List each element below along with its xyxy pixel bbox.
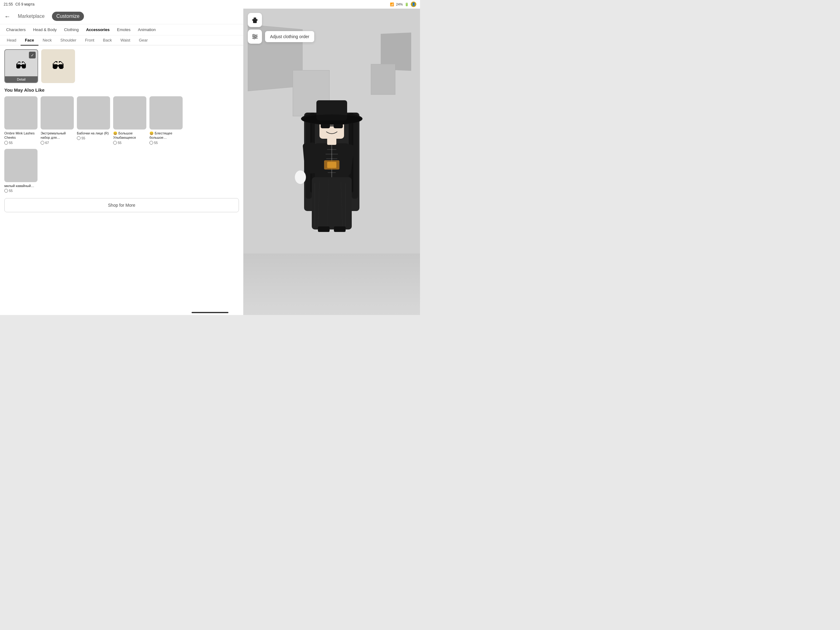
nav-cat-clothing[interactable]: Clothing (60, 24, 82, 35)
item-card-black-glasses[interactable]: ✓ Detail (4, 49, 38, 83)
rec-name-3: Бабочки на лице (R) (77, 131, 110, 135)
rec-name-4: 😄 Большое Улыбающееся (113, 131, 146, 140)
rec-thumb-4 (113, 96, 146, 130)
rec-price-1: 55 (4, 141, 38, 144)
rec-name-2: Экстремальный набор для… (41, 131, 74, 140)
home-indicator (191, 312, 229, 313)
svg-point-5 (253, 35, 254, 36)
robux-icon-6 (4, 189, 8, 193)
wifi-icon: 📶 (390, 2, 394, 6)
rec-price-3: 55 (77, 136, 110, 140)
svg-point-30 (303, 114, 361, 124)
nav-categories: Characters Head & Body Clothing Accessor… (0, 24, 243, 35)
rec-card-5[interactable]: 😄 Блестящее большое… 55 (149, 96, 183, 144)
check-mark: ✓ (29, 52, 36, 59)
rec-thumb-2 (41, 96, 74, 130)
tab-customize[interactable]: Customize (52, 12, 84, 21)
user-avatar-small: 👤 (411, 2, 416, 7)
robux-icon-4 (113, 141, 117, 144)
robux-icon-3 (77, 136, 81, 140)
status-bar: 21:55 Сб 9 марта 📶 24% 🔋 👤 (0, 0, 420, 9)
rec-card-4[interactable]: 😄 Большое Улыбающееся 55 (113, 96, 146, 144)
svg-rect-42 (318, 226, 330, 232)
rec-thumb-1 (4, 96, 38, 130)
svg-rect-35 (327, 162, 336, 168)
svg-rect-43 (334, 226, 346, 232)
character-figure (279, 76, 384, 248)
sub-tab-back[interactable]: Back (99, 35, 116, 45)
shop-for-more-button[interactable]: Shop for More (4, 198, 239, 212)
item-card-orange-glasses[interactable] (41, 49, 75, 83)
recommendations-row2: милый кавайный… 55 (4, 149, 239, 193)
sub-tab-waist[interactable]: Waist (116, 35, 135, 45)
header: ← Marketplace Customize (0, 9, 243, 24)
rec-price-6: 55 (4, 189, 38, 193)
sub-tab-neck[interactable]: Neck (38, 35, 56, 45)
robux-icon-5 (149, 141, 153, 144)
adjust-order-container: Adjust clothing order (248, 13, 262, 44)
rec-price-2: 67 (41, 141, 74, 144)
left-panel: ← Marketplace Customize Characters Head … (0, 9, 243, 315)
robux-icon-2 (41, 141, 44, 144)
nav-cat-accessories[interactable]: Accessories (82, 24, 114, 35)
rec-price-4: 55 (113, 141, 146, 144)
svg-point-3 (254, 18, 256, 20)
section-title: You May Also Like (4, 87, 239, 93)
sub-tab-shoulder[interactable]: Shoulder (56, 35, 81, 45)
rec-price-val-1: 55 (9, 141, 13, 144)
rec-price-val-6: 55 (9, 189, 13, 193)
nav-cat-characters[interactable]: Characters (2, 24, 30, 35)
rec-card-3[interactable]: Бабочки на лице (R) 55 (77, 96, 110, 144)
rec-price-val-3: 55 (82, 136, 85, 140)
main-container: ← Marketplace Customize Characters Head … (0, 9, 420, 315)
tab-marketplace[interactable]: Marketplace (14, 12, 48, 21)
recommendations-grid: Ombre Mink Lashes Cheeks 55 Экстремальны… (4, 96, 239, 144)
rec-name-5: 😄 Блестящее большое… (149, 131, 183, 140)
content-area: ✓ Detail You May Also Like Ombre Mink La… (0, 46, 243, 315)
right-panel: Adjust clothing order (243, 9, 420, 315)
svg-point-32 (295, 171, 306, 184)
rec-price-val-5: 55 (154, 141, 158, 144)
battery-icon: 🔋 (405, 2, 409, 6)
rec-thumb-6 (4, 149, 38, 182)
sub-tabs: Head Face Neck Shoulder Front Back Waist… (0, 35, 243, 46)
robux-icon-1 (4, 141, 8, 144)
rec-thumb-3 (77, 96, 110, 130)
svg-rect-27 (330, 125, 333, 127)
rec-price-5: 55 (149, 141, 183, 144)
nav-cat-animation[interactable]: Animation (134, 24, 159, 35)
back-button[interactable]: ← (4, 13, 11, 20)
sub-tab-front[interactable]: Front (81, 35, 98, 45)
battery-display: 24% (396, 2, 403, 6)
nav-cat-emotes[interactable]: Emotes (114, 24, 134, 35)
rec-price-val-2: 67 (45, 141, 49, 144)
selected-items-row: ✓ Detail (4, 49, 239, 83)
rec-thumb-5 (149, 96, 183, 130)
nav-cat-headbody[interactable]: Head & Body (30, 24, 61, 35)
rec-card-1[interactable]: Ombre Mink Lashes Cheeks 55 (4, 96, 38, 144)
sub-tab-head[interactable]: Head (2, 35, 21, 45)
date-display: Сб 9 марта (15, 2, 35, 6)
sub-tab-gear[interactable]: Gear (135, 35, 152, 45)
adjust-clothing-tooltip: Adjust clothing order (265, 31, 314, 42)
detail-label: Detail (5, 76, 38, 82)
svg-point-7 (255, 36, 257, 38)
rec-card-6[interactable]: милый кавайный… 55 (4, 149, 38, 193)
svg-rect-31 (303, 142, 318, 174)
svg-point-9 (254, 38, 255, 39)
time-display: 21:55 (4, 2, 13, 6)
rec-card-2[interactable]: Экстремальный набор для… 67 (41, 96, 74, 144)
adjust-clothing-order-button[interactable] (248, 30, 262, 44)
sub-tab-face[interactable]: Face (21, 35, 38, 46)
rec-name-6: милый кавайный… (4, 184, 38, 188)
avatar-icon-button[interactable] (248, 13, 262, 27)
rec-price-val-4: 55 (118, 141, 122, 144)
rec-name-1: Ombre Mink Lashes Cheeks (4, 131, 38, 140)
